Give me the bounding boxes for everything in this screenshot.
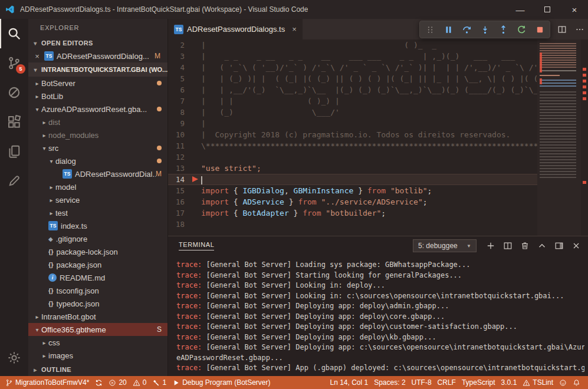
code-line-9[interactable]: 9| | <box>168 118 537 129</box>
minimize-button[interactable]: — <box>507 0 534 19</box>
status-eol[interactable]: CRLF <box>435 376 459 389</box>
code-line-18[interactable]: 18 <box>168 219 537 230</box>
tree-item-gitignore[interactable]: ◆.gitignore <box>28 232 167 245</box>
activity-item-source-control[interactable]: 5 <box>0 48 28 78</box>
token: IGBDialog <box>242 186 284 195</box>
status-debug-program[interactable]: Debug Program (BotServer) <box>169 376 273 389</box>
activity-item-settings[interactable] <box>0 343 28 372</box>
status-indentation[interactable]: Spaces: 2 <box>371 376 408 389</box>
code-line-5[interactable]: 5| | (_) )| | ( (_| |( (_) || ( ) ( ) |(… <box>168 73 537 84</box>
close-icon[interactable]: × <box>292 25 297 34</box>
code-line-16[interactable]: 16import { ADService } from "../service/… <box>168 196 537 207</box>
terminal-output[interactable]: trace: [General Bot Server] Loading sys … <box>168 255 588 376</box>
terminal-select[interactable]: 5: debuggee ▼ <box>413 239 477 252</box>
debug-step-out-button[interactable] <box>497 24 509 35</box>
tree-item-typedoc-json[interactable]: {}typedoc.json <box>28 297 167 310</box>
outline-header[interactable]: ▸ OUTLINE <box>28 363 167 376</box>
tree-item-test[interactable]: ▸test <box>28 206 167 219</box>
code-line-4[interactable]: 4| ( '_`\ ( '__)/'_` ) /'_`\ /' _ ` _ `\… <box>168 62 537 73</box>
split-editor-button[interactable] <box>557 25 567 34</box>
close-window-button[interactable]: × <box>561 0 588 19</box>
status-tslint[interactable]: TSLint <box>520 376 556 389</box>
code-line-10[interactable]: 10| Copyright 2018 (c) pragmatismo.io. T… <box>168 129 537 140</box>
activity-item-search[interactable] <box>0 19 28 48</box>
terminal-text: [General Bot Server] Deploying app: c:\s… <box>202 343 584 351</box>
tree-item-office365-gbtheme[interactable]: ▾Office365.gbthemeS <box>28 323 167 336</box>
activity-item-extensions[interactable] <box>0 107 28 137</box>
tree-item-node-modules[interactable]: ▸node_modules <box>28 128 167 141</box>
code-line-11[interactable]: 11\*************************************… <box>168 140 537 151</box>
workspace-label: INTRANETBOTQUICKSTART.GBAI (WO... <box>41 66 167 73</box>
activity-item-debug[interactable] <box>0 78 28 107</box>
tree-item-service[interactable]: ▸service <box>28 193 167 206</box>
tree-item-dialog[interactable]: ▾dialog <box>28 154 167 167</box>
code-line-2[interactable]: 2| ( )_ _ | <box>168 39 537 51</box>
status-sync[interactable] <box>92 376 106 389</box>
tab-adresetpassworddialogs[interactable]: TS ADResetPasswordDialogs.ts × <box>168 19 303 39</box>
debug-drag-handle-button[interactable] <box>424 24 436 35</box>
debug-step-over-button[interactable] <box>461 24 472 35</box>
maximize-button[interactable] <box>534 0 561 19</box>
panel-layout-button[interactable] <box>554 241 564 250</box>
tree-item-label: css <box>48 338 60 347</box>
split-terminal-button[interactable] <box>503 241 513 250</box>
activity-bottom <box>0 343 28 372</box>
tree-item-images[interactable]: ▸images <box>28 349 167 362</box>
tree-item-dist[interactable]: ▸dist <box>28 116 167 128</box>
status-encoding[interactable]: UTF-8 <box>409 376 435 389</box>
tree-item-css[interactable]: ▸css <box>28 336 167 349</box>
tree-item-package-lock-json[interactable]: {}package-lock.json <box>28 245 167 258</box>
debug-pause-button[interactable] <box>442 24 454 35</box>
close-panel-button[interactable] <box>571 241 581 250</box>
more-actions-button[interactable] <box>575 25 584 34</box>
tree-item-intranetbot-gbot[interactable]: ▸IntranetBot.gbot <box>28 310 167 323</box>
status-cursor-position[interactable]: Ln 14, Col 1 <box>327 376 371 389</box>
status-errors[interactable]: 20 <box>106 376 129 389</box>
code-line-7[interactable]: 7| | | ( )_) | | <box>168 95 537 107</box>
workspace-section-header[interactable]: ▾ INTRANETBOTQUICKSTART.GBAI (WO... <box>28 62 167 77</box>
open-editor-item[interactable]: × TS ADResetPasswordDialog... M <box>28 50 167 62</box>
code-line-14[interactable]: 14 <box>168 174 537 185</box>
debug-stop-button[interactable] <box>534 24 546 35</box>
code-line-17[interactable]: 17import { BotAdapter } from "botbuilder… <box>168 207 537 219</box>
status-git-branch[interactable]: MigrationToBotFmwV4* <box>2 376 92 389</box>
debug-restart-button[interactable] <box>515 24 527 35</box>
code-line-15[interactable]: 15import { IGBDialog, GBMinInstance } fr… <box>168 185 537 196</box>
kill-terminal-button[interactable] <box>520 241 530 250</box>
status-tasks[interactable]: 1 <box>149 376 169 389</box>
trace-label: trace: <box>176 322 202 331</box>
tree-item-tsconfig-json[interactable]: {}tsconfig.json <box>28 284 167 297</box>
tree-item-azureadpasswordreset-gba[interactable]: ▾AzureADPasswordReset.gba... <box>28 103 167 116</box>
tree-item-adresetpassworddial[interactable]: TSADResetPasswordDial...M <box>28 167 167 180</box>
glyph-margin <box>192 185 201 196</box>
open-editors-header[interactable]: ▾ OPEN EDITORS <box>28 37 167 50</box>
code-line-6[interactable]: 6| | ,__/'(_) `\__,_)`\__ |(_) (_) (_)`\… <box>168 84 537 95</box>
status-warnings[interactable]: 0 <box>130 376 150 389</box>
tree-item-model[interactable]: ▸model <box>28 180 167 193</box>
debug-step-into-button[interactable] <box>479 24 491 35</box>
new-terminal-button[interactable] <box>486 241 495 250</box>
code-line-3[interactable]: 3| _ _ _ __ _ _ __ ___ ___ _ _ | ,_)(_) … <box>168 51 537 62</box>
tab-terminal[interactable]: TERMINAL <box>179 241 214 250</box>
chevron-right-icon: ▸ <box>40 352 48 359</box>
status-feedback[interactable] <box>556 376 570 389</box>
tree-item-index-ts[interactable]: TSindex.ts <box>28 219 167 232</box>
activity-item-files[interactable] <box>0 137 28 166</box>
status-notifications[interactable] <box>570 376 583 389</box>
tree-item-src[interactable]: ▾src <box>28 141 167 154</box>
maximize-panel-button[interactable] <box>537 241 547 250</box>
code-line-12[interactable]: 12 <box>168 151 537 163</box>
close-icon[interactable]: × <box>33 52 41 61</box>
status-version[interactable]: 3.0.1 <box>498 376 520 389</box>
activity-item-edit[interactable] <box>0 166 28 196</box>
code-editor[interactable]: 2| ( )_ _ |3| _ _ _ __ _ _ __ ___ ___ _ … <box>168 39 588 236</box>
status-language[interactable]: TypeScript <box>459 376 498 389</box>
tree-item-botlib[interactable]: ▸BotLib <box>28 90 167 103</box>
code-line-8[interactable]: 8| (_) \___/' | <box>168 107 537 118</box>
tree-item-botserver[interactable]: ▸BotServer <box>28 77 167 90</box>
tree-item-package-json[interactable]: {}package.json <box>28 258 167 271</box>
token: import <box>201 209 229 217</box>
minimap[interactable] <box>537 39 581 236</box>
tree-item-readme-md[interactable]: iREADME.md <box>28 271 167 284</box>
code-line-13[interactable]: 13"use strict"; <box>168 163 537 174</box>
